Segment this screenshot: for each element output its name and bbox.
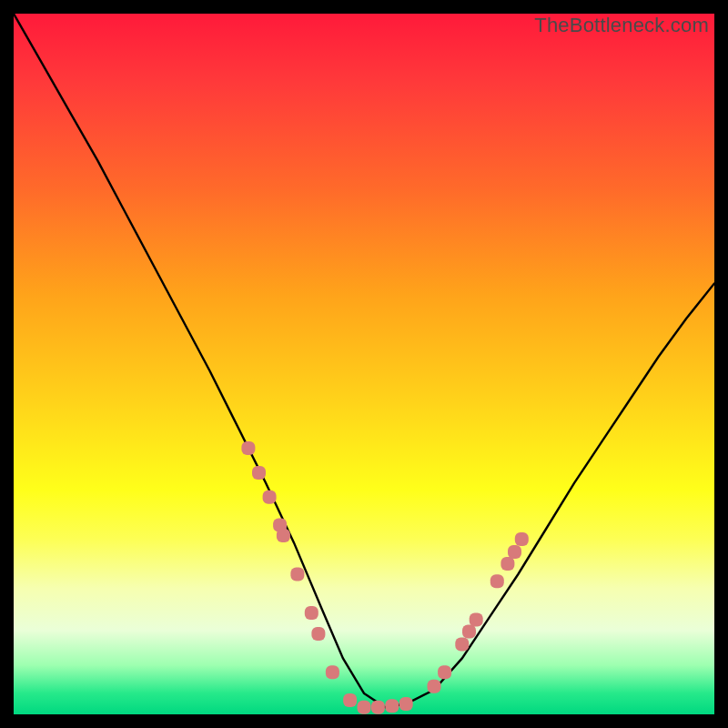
chart-frame: TheBottleneck.com [0, 0, 728, 728]
data-point [358, 701, 371, 714]
data-point [290, 568, 304, 581]
data-point [508, 545, 521, 559]
data-point-markers [241, 441, 528, 714]
data-point [428, 680, 441, 693]
data-point [515, 532, 529, 546]
bottleneck-curve [14, 14, 714, 707]
data-point [399, 697, 413, 711]
data-point [311, 627, 325, 641]
data-point [371, 701, 385, 714]
data-point [470, 613, 483, 627]
data-point [385, 699, 399, 713]
data-point [455, 638, 469, 652]
data-point [462, 625, 476, 639]
data-point [343, 693, 357, 707]
data-point [277, 529, 290, 542]
bottleneck-chart-svg [14, 14, 714, 714]
data-point [438, 665, 451, 679]
data-point [263, 490, 277, 504]
data-point [241, 441, 255, 455]
data-point [252, 466, 266, 480]
data-point [500, 557, 514, 571]
chart-plot-area: TheBottleneck.com [14, 14, 714, 714]
data-point [490, 574, 504, 588]
data-point [326, 665, 339, 679]
data-point [305, 606, 318, 620]
